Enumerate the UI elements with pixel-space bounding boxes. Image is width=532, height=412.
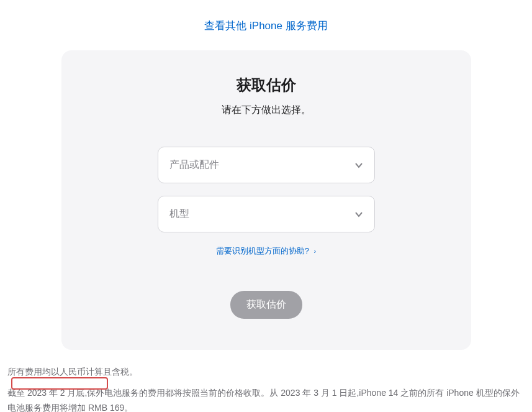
- model-select-label: 机型: [169, 208, 189, 221]
- model-select[interactable]: 机型: [158, 196, 375, 232]
- footer-line1: 所有费用均以人民币计算且含税。: [7, 365, 525, 380]
- product-select[interactable]: 产品或配件: [158, 147, 375, 183]
- footer-text: 所有费用均以人民币计算且含税。 截至 2023 年 2 月底,保外电池服务的费用…: [0, 350, 532, 412]
- chevron-right-icon: ›: [314, 247, 317, 255]
- chevron-down-icon: [354, 161, 363, 170]
- chevron-down-icon: [354, 210, 363, 219]
- product-select-label: 产品或配件: [169, 158, 219, 172]
- other-services-link[interactable]: 查看其他 iPhone 服务费用: [204, 20, 327, 32]
- card-subtitle: 请在下方做出选择。: [86, 104, 446, 117]
- identify-model-link[interactable]: 需要识别机型方面的协助? ›: [216, 246, 317, 255]
- get-estimate-button[interactable]: 获取估价: [230, 291, 302, 319]
- top-link-container: 查看其他 iPhone 服务费用: [0, 0, 532, 50]
- help-link-text: 需要识别机型方面的协助?: [216, 246, 309, 255]
- card-title: 获取估价: [86, 75, 446, 95]
- footer-line2: 截至 2023 年 2 月底,保外电池服务的费用都将按照当前的价格收取。从 20…: [7, 386, 525, 412]
- estimate-card: 获取估价 请在下方做出选择。 产品或配件 机型 需要识别机型方面的协助? › 获…: [61, 50, 471, 350]
- help-link-container: 需要识别机型方面的协助? ›: [86, 245, 446, 257]
